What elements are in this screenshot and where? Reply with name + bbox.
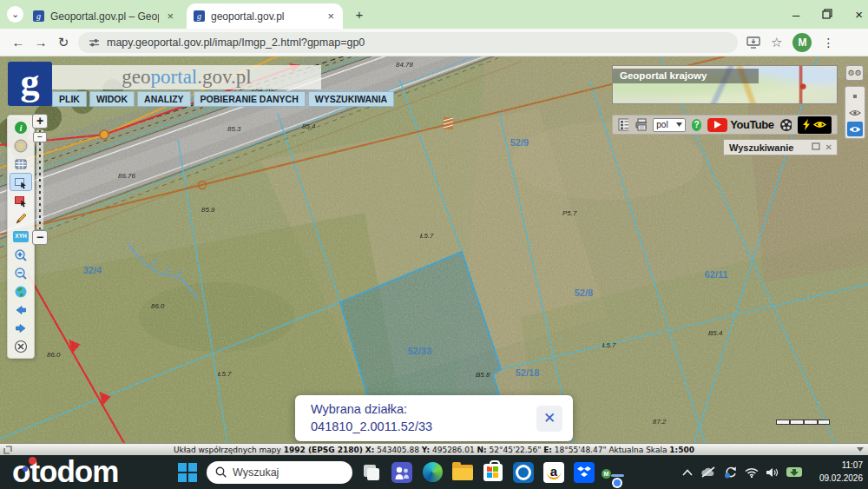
browser-toolbar: ← → ↻ mapy.geoportal.gov.pl/imap/Imgp_2.… xyxy=(0,29,868,56)
pan-tool-button[interactable] xyxy=(10,137,31,154)
tab-close-icon[interactable]: × xyxy=(326,10,336,23)
map-canvas[interactable]: 52/952/862/1152/3352/1832/486.7685.984.2… xyxy=(0,56,868,443)
elevation-label: 85.4 xyxy=(302,122,316,130)
teams-icon[interactable] xyxy=(391,461,413,484)
parcel-number-label: 52/33 xyxy=(408,346,432,356)
layer-eye-button[interactable] xyxy=(847,105,863,120)
draw-tool-button[interactable] xyxy=(10,210,31,227)
statusbar-caret-icon[interactable] xyxy=(857,447,864,452)
geoportal-logo[interactable]: g xyxy=(8,62,52,106)
tab-close-icon[interactable]: × xyxy=(165,10,175,23)
menu-plik[interactable]: PLIK xyxy=(52,91,87,107)
elevation-label: Ł5.7 xyxy=(420,232,434,240)
volume-icon[interactable] xyxy=(766,467,779,478)
browser-tab-inactive[interactable]: g Geoportal.gov.pl – Geoportal In × xyxy=(26,3,182,29)
youtube-link[interactable]: YouTube xyxy=(707,118,773,132)
parcel-number-label: 52/8 xyxy=(575,287,593,298)
zoom-slider-track[interactable] xyxy=(36,130,43,229)
clear-selection-button[interactable] xyxy=(10,338,31,354)
browser-menu-icon[interactable]: ⋮ xyxy=(822,36,834,50)
minimize-button[interactable]: – xyxy=(792,7,799,22)
sync-update-icon[interactable] xyxy=(724,466,737,479)
reload-button[interactable]: ↻ xyxy=(52,35,75,50)
save-to-device-icon[interactable] xyxy=(746,36,760,49)
contrast-eye-icon xyxy=(813,120,826,129)
file-explorer-icon[interactable] xyxy=(451,461,474,484)
window-controls: – × xyxy=(792,0,863,29)
popup-close-button[interactable]: ✕ xyxy=(536,406,562,432)
film-reel-icon[interactable] xyxy=(779,118,791,132)
bookmark-star-icon[interactable]: ☆ xyxy=(771,35,782,50)
legend-icon[interactable] xyxy=(618,118,628,131)
menu-widok[interactable]: WIDOK xyxy=(89,91,135,107)
layer-eye-active-button[interactable] xyxy=(847,122,863,136)
site-settings-icon[interactable] xyxy=(89,37,100,48)
windows-taskbar: otodom Wyszukaj a M xyxy=(0,455,868,489)
task-view-button[interactable] xyxy=(360,461,383,484)
chrome-icon-active[interactable]: M xyxy=(603,471,610,474)
geoportal-favicon: g xyxy=(194,10,205,22)
edge-icon[interactable] xyxy=(421,461,444,484)
battery-icon[interactable] xyxy=(786,467,802,477)
watermark-pin-blue xyxy=(23,466,28,472)
parcel-number-label: 32/4 xyxy=(83,265,102,275)
youtube-play-icon xyxy=(707,118,727,132)
tray-chevron-up-icon[interactable] xyxy=(682,469,693,476)
start-button[interactable] xyxy=(176,461,199,484)
clock-date: 09.02.2026 xyxy=(806,472,863,485)
taskbar-search[interactable]: Wyszukaj xyxy=(207,461,352,484)
attribute-table-button[interactable] xyxy=(10,155,31,172)
browser-tab-active[interactable]: g geoportal.gov.pl × xyxy=(187,3,343,29)
selected-parcel-popup: Wybrana działka: 041810_2.0011.52/33 ✕ xyxy=(295,395,573,441)
panel-minimize-icon[interactable] xyxy=(809,142,823,152)
menu-wyszukiwania[interactable]: WYSZUKIWANIA xyxy=(308,91,394,107)
dropbox-icon[interactable] xyxy=(573,461,595,484)
deselect-tool-button[interactable] xyxy=(10,192,31,208)
menu-analizy[interactable]: ANALIZY xyxy=(137,91,191,107)
elevation-label: 85.3 xyxy=(227,125,241,133)
zoom-slider-handle[interactable]: − xyxy=(33,132,47,142)
accessibility-wcag-button[interactable] xyxy=(798,116,832,134)
close-window-button[interactable]: × xyxy=(855,7,863,22)
tab-title: Geoportal.gov.pl – Geoportal In xyxy=(50,10,159,23)
screen: ⌄ g Geoportal.gov.pl – Geoportal In × g … xyxy=(0,0,868,489)
zoom-in-tool-button[interactable] xyxy=(10,247,31,263)
restore-button[interactable] xyxy=(822,7,832,23)
wifi-icon[interactable] xyxy=(745,467,759,478)
amazon-icon[interactable]: a xyxy=(542,461,565,484)
back-button[interactable]: ← xyxy=(7,35,30,50)
profile-avatar[interactable]: M xyxy=(792,33,812,52)
geoportal-title: geoportal.gov.pl xyxy=(52,65,321,89)
url-bar[interactable]: mapy.geoportal.gov.pl/imap/Imgp_2.html?g… xyxy=(78,32,738,53)
forward-button[interactable]: → xyxy=(30,35,52,50)
lightning-icon xyxy=(803,119,810,130)
select-parcel-tool-button[interactable] xyxy=(10,174,31,190)
tab-search-button[interactable]: ⌄ xyxy=(7,6,23,23)
layer-dot-button[interactable] xyxy=(847,89,863,103)
previous-view-button[interactable] xyxy=(10,301,31,318)
outlook-icon[interactable] xyxy=(512,461,535,484)
help-button[interactable]: ? xyxy=(692,119,701,131)
zoom-in-button[interactable]: + xyxy=(32,114,48,129)
xyh-coordinates-button[interactable]: XYH xyxy=(10,228,31,245)
elevation-label: Ł5.7 xyxy=(218,370,232,378)
print-icon[interactable] xyxy=(635,118,647,131)
map-tool-palette: i XYH xyxy=(7,115,35,359)
full-extent-button[interactable] xyxy=(10,283,31,300)
onedrive-cloud-slash-icon[interactable] xyxy=(700,466,716,478)
microsoft-store-icon[interactable] xyxy=(482,461,504,484)
zoom-out-tool-button[interactable] xyxy=(10,265,31,281)
menu-pobieranie-danych[interactable]: POBIERANIE DANYCH xyxy=(194,91,306,107)
taskbar-clock[interactable]: 11:07 09.02.2026 xyxy=(806,459,863,485)
zoom-out-button[interactable]: − xyxy=(32,230,48,245)
language-select[interactable]: pol xyxy=(653,118,686,132)
otodom-watermark: otodom xyxy=(12,454,118,489)
overview-map[interactable]: Geoportal krajowy xyxy=(612,65,838,104)
info-tool-button[interactable]: i xyxy=(10,119,31,135)
panel-close-icon[interactable]: ✕ xyxy=(823,142,837,152)
next-view-button[interactable] xyxy=(10,320,31,336)
map-settings-gears-button[interactable]: ⚙⚙ xyxy=(845,65,864,81)
new-tab-button[interactable]: + xyxy=(352,7,367,23)
elevation-label: 86.0 xyxy=(151,302,165,310)
tab-title: geoportal.gov.pl xyxy=(211,10,319,23)
